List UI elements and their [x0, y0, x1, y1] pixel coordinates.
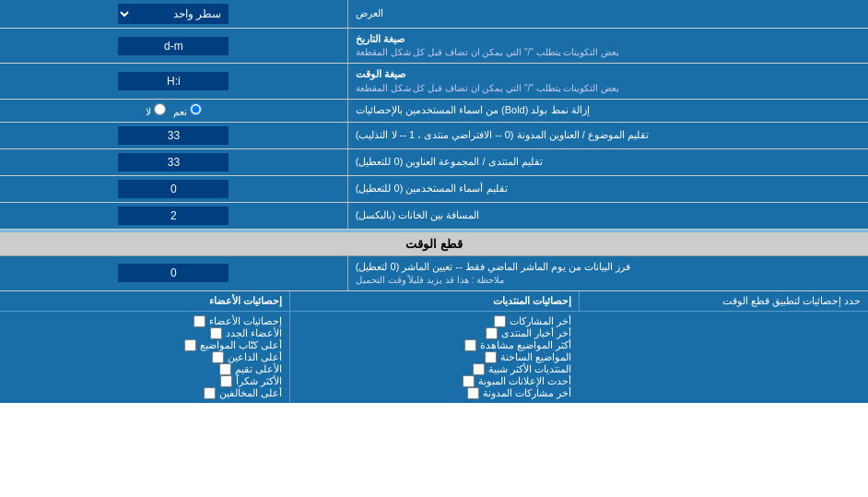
- checkbox-members-5[interactable]: [219, 363, 231, 375]
- forum-group-titles-input-cell: [0, 149, 347, 175]
- time-format-label: صيغة الوقت بعض التكوينات يتطلب "/" التي …: [347, 64, 868, 98]
- check-forums-1: أخر المشاركات: [298, 315, 571, 327]
- stats-empty-col: [579, 312, 868, 403]
- check-members-7: أعلى المخالفين: [7, 387, 282, 399]
- check-forums-5: المنتديات الأكثر شبية: [298, 363, 571, 375]
- checkbox-forums-2[interactable]: [486, 327, 498, 339]
- checkbox-members-6[interactable]: [220, 375, 232, 387]
- checkbox-forums-1[interactable]: [494, 315, 506, 327]
- forum-group-titles-row: تقليم المنتدى / المجموعة العناوين (0 للت…: [0, 149, 868, 176]
- checkbox-forums-3[interactable]: [464, 339, 476, 351]
- check-members-6: الأكثر شكراً: [7, 375, 282, 387]
- cutoff-input[interactable]: [118, 264, 229, 282]
- time-format-input[interactable]: [118, 72, 229, 90]
- checkbox-forums-5[interactable]: [473, 363, 485, 375]
- check-members-4: أعلى الداعين: [7, 351, 282, 363]
- stats-members-col: إحصائيات الأعضاء الأعضاء الجدد أعلى كتّا…: [0, 312, 289, 403]
- forum-group-titles-label: تقليم المنتدى / المجموعة العناوين (0 للت…: [347, 149, 868, 175]
- date-format-input[interactable]: [118, 37, 229, 55]
- bold-remove-no-label: لا: [146, 103, 166, 118]
- check-forums-7: أخر مشاركات المدونة: [298, 387, 571, 399]
- check-members-5: الأعلى تقيم: [7, 363, 282, 375]
- bold-remove-label: إزالة نمط بولد (Bold) من اسماء المستخدمي…: [347, 100, 868, 122]
- spacing-input[interactable]: [118, 207, 229, 225]
- bold-remove-row: إزالة نمط بولد (Bold) من اسماء المستخدمي…: [0, 100, 868, 123]
- cutoff-header-text: قطع الوقت: [0, 232, 868, 255]
- check-members-3: أعلى كتّاب المواضيع: [7, 339, 282, 351]
- checkbox-members-4[interactable]: [212, 351, 224, 363]
- date-format-row: صيغة التاريخ بعض التكوينات يتطلب "/" الت…: [0, 29, 868, 64]
- forum-titles-input[interactable]: [118, 126, 229, 145]
- usernames-trim-label: تقليم أسماء المستخدمين (0 للتعطيل): [347, 176, 868, 202]
- spacing-label: المسافة بين الخانات (بالبكسل): [347, 203, 868, 229]
- display-type-row: العرض سطر واحد سطرين: [0, 0, 868, 29]
- forum-titles-label: تقليم الموضوع / العناوين المدونة (0 -- ا…: [347, 123, 868, 148]
- stats-time-row: حدد إحصائيات لتطبيق قطع الوقت إحصائيات ا…: [0, 291, 868, 312]
- display-type-input-cell: سطر واحد سطرين: [0, 0, 347, 28]
- cutoff-label: فرز البيانات من يوم الماشر الماضي فقط --…: [347, 256, 868, 290]
- cutoff-input-cell: [0, 256, 347, 290]
- forum-titles-row: تقليم الموضوع / العناوين المدونة (0 -- ا…: [0, 123, 868, 149]
- check-forums-4: المواضيع الساخنة: [298, 351, 571, 363]
- checkbox-members-1[interactable]: [194, 315, 205, 327]
- forum-titles-input-cell: [0, 123, 347, 148]
- checkbox-forums-6[interactable]: [463, 375, 475, 387]
- bold-remove-options: نعم لا: [146, 103, 202, 118]
- check-forums-2: أخر أخبار المنتدى: [298, 327, 571, 339]
- forum-group-titles-input[interactable]: [118, 153, 229, 172]
- spacing-row: المسافة بين الخانات (بالبكسل): [0, 203, 868, 230]
- checkbox-forums-4[interactable]: [485, 351, 497, 363]
- spacing-input-cell: [0, 203, 347, 229]
- date-format-label: صيغة التاريخ بعض التكوينات يتطلب "/" الت…: [347, 29, 868, 63]
- cutoff-row: فرز البيانات من يوم الماشر الماضي فقط --…: [0, 256, 868, 291]
- display-type-label: العرض: [347, 0, 868, 28]
- checkbox-members-7[interactable]: [204, 387, 216, 399]
- stats-col2-header: إحصائيات المنتديات: [289, 291, 579, 311]
- checkbox-forums-7[interactable]: [467, 387, 479, 399]
- bold-remove-yes-radio[interactable]: [190, 103, 202, 115]
- usernames-trim-input-cell: [0, 176, 347, 202]
- usernames-trim-row: تقليم أسماء المستخدمين (0 للتعطيل): [0, 176, 868, 203]
- date-format-input-cell: [0, 29, 347, 63]
- time-format-row: صيغة الوقت بعض التكوينات يتطلب "/" التي …: [0, 64, 868, 99]
- bold-remove-yes-label: نعم: [173, 103, 202, 118]
- stats-forums-col: أخر المشاركات أخر أخبار المنتدى أكثر الم…: [289, 312, 579, 403]
- checkbox-members-3[interactable]: [184, 339, 196, 351]
- checkbox-members-2[interactable]: [210, 327, 222, 339]
- stats-checkboxes-container: أخر المشاركات أخر أخبار المنتدى أكثر الم…: [0, 312, 868, 403]
- cutoff-section-header: قطع الوقت: [0, 232, 868, 256]
- check-members-2: الأعضاء الجدد: [7, 327, 282, 339]
- time-format-input-cell: [0, 64, 347, 98]
- bold-remove-no-radio[interactable]: [154, 103, 166, 115]
- check-forums-6: أحدث الإعلانات المبوبة: [298, 375, 571, 387]
- stats-col1-header: إحصائيات الأعضاء: [0, 291, 289, 311]
- check-forums-3: أكثر المواضيع مشاهدة: [298, 339, 571, 351]
- check-members-1: إحصائيات الأعضاء: [7, 315, 282, 327]
- bold-remove-radio-cell: نعم لا: [0, 100, 347, 122]
- display-type-select[interactable]: سطر واحد سطرين: [118, 4, 229, 24]
- usernames-trim-input[interactable]: [118, 180, 229, 198]
- stats-time-label-cell: حدد إحصائيات لتطبيق قطع الوقت: [579, 291, 868, 311]
